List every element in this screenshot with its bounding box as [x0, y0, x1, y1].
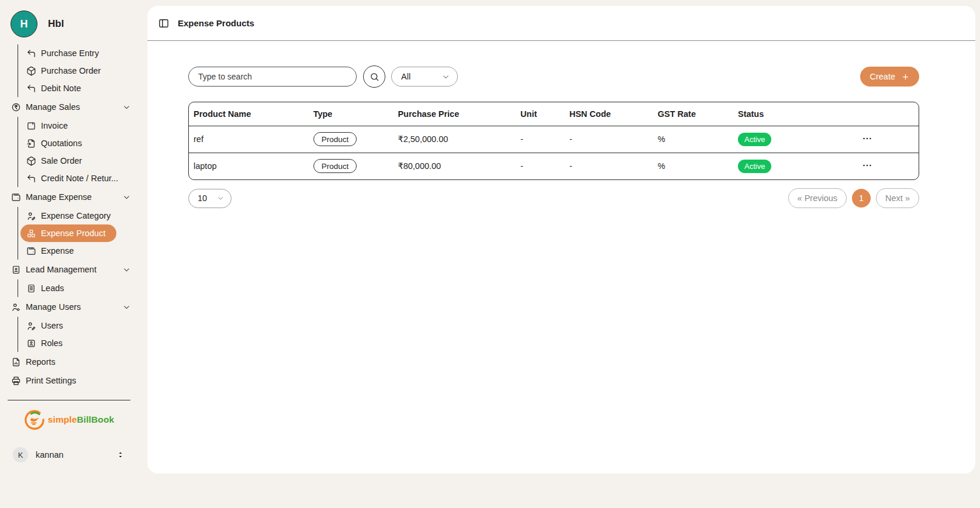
column-header-gst-rate: GST Rate	[653, 102, 733, 126]
sidebar-subgroup: Leads	[18, 279, 138, 297]
cell-actions	[816, 126, 919, 153]
search-input[interactable]	[188, 67, 357, 87]
sidebar-item-label: Invoice	[41, 121, 68, 130]
sidebar-item-label: Users	[41, 321, 63, 330]
chevron-down-icon	[122, 303, 131, 312]
create-button[interactable]: Create	[860, 67, 919, 87]
workspace-brand: H Hbl	[0, 11, 138, 43]
sidebar-item-reports[interactable]: Reports	[0, 353, 138, 371]
sidebar-item-label: Expense Product	[41, 229, 105, 238]
previous-page-button[interactable]: « Previous	[788, 188, 847, 208]
sidebar-item-leads[interactable]: Leads	[18, 279, 138, 297]
current-page-button[interactable]: 1	[852, 189, 871, 208]
sidebar-item-label: Leads	[41, 284, 64, 293]
user-menu[interactable]: K kannan	[0, 447, 138, 508]
next-page-button[interactable]: Next »	[876, 188, 919, 208]
sidebar-item-label: Sale Order	[41, 156, 82, 165]
column-header-unit: Unit	[516, 102, 565, 126]
sidebar-subgroup: Expense CategoryExpense ProductExpense	[18, 207, 138, 260]
type-filter-select[interactable]: All	[391, 67, 458, 87]
type-badge: Product	[313, 132, 357, 146]
sidebar-item-label: Manage Users	[26, 302, 81, 312]
user-name: kannan	[36, 450, 64, 459]
users-icon	[11, 302, 21, 312]
cell-status: Active	[733, 153, 816, 179]
sidebar-item-manage-expense[interactable]: Manage Expense	[0, 188, 138, 206]
sidebar-item-expense-product[interactable]: Expense Product	[20, 224, 116, 242]
sidebar-item-roles[interactable]: Roles	[18, 334, 138, 352]
sidebar-item-manage-users[interactable]: Manage Users	[0, 298, 138, 316]
sidebar-item-expense[interactable]: Expense	[18, 242, 138, 260]
sidebar-item-label: Reports	[26, 357, 56, 367]
sidebar-item-quotations[interactable]: Quotations	[18, 134, 138, 152]
column-header-status: Status	[733, 102, 816, 126]
sidebar-item-label: Expense Category	[41, 211, 111, 220]
chevrons-up-down-icon	[116, 450, 125, 459]
column-header-purchase-price: Purchase Price	[393, 102, 516, 126]
chevron-down-icon	[122, 193, 131, 202]
column-header-product-name: Product Name	[189, 102, 309, 126]
corner-up-left-icon	[26, 49, 36, 58]
package-icon	[26, 66, 36, 76]
type-badge: Product	[313, 159, 357, 173]
sidebar-toggle-button[interactable]	[158, 18, 170, 29]
cell-status: Active	[733, 126, 816, 153]
page-content: All Create Product NameTypePurchase Pric…	[147, 41, 975, 208]
sidebar-item-purchase-entry[interactable]: Purchase Entry	[18, 44, 138, 62]
cell-gst-rate: %	[653, 126, 733, 153]
cell-type: Product	[309, 126, 394, 153]
ellipsis-icon	[861, 133, 873, 144]
sidebar-item-invoice[interactable]: Invoice	[18, 117, 138, 134]
corner-up-left-icon	[26, 84, 36, 94]
sidebar-item-label: Debit Note	[41, 84, 81, 93]
workspace-avatar[interactable]: H	[11, 11, 37, 37]
user-pen-icon	[26, 321, 36, 331]
sidebar: H Hbl Purchase EntryPurchase OrderDebit …	[0, 0, 138, 508]
column-header-hsn-code: HSN Code	[565, 102, 653, 126]
invoice-icon	[26, 121, 36, 131]
sidebar-item-credit-note-retur[interactable]: Credit Note / Retur...	[18, 170, 138, 187]
sidebar-nav: Purchase EntryPurchase OrderDebit NoteMa…	[0, 44, 138, 390]
sidebar-item-debit-note[interactable]: Debit Note	[18, 80, 138, 97]
cell-product-name: laptop	[189, 153, 309, 179]
cell-unit: -	[516, 153, 565, 179]
app-logo-text: simpleBillBook	[48, 414, 114, 425]
boxes-icon	[26, 229, 36, 239]
status-badge: Active	[738, 160, 771, 173]
page-size-select[interactable]: 10	[188, 189, 232, 208]
row-actions-button[interactable]	[860, 158, 875, 174]
sidebar-item-users[interactable]: Users	[18, 317, 138, 334]
wallet-icon	[11, 192, 21, 202]
sidebar-item-lead-management[interactable]: Lead Management	[0, 261, 138, 278]
simplebillbook-logo-icon	[24, 409, 45, 430]
cell-type: Product	[309, 153, 394, 179]
column-header-actions	[816, 102, 919, 126]
page-size-value: 10	[198, 193, 207, 203]
search-button[interactable]	[363, 65, 385, 88]
file-input-icon	[26, 139, 36, 148]
sidebar-item-label: Expense	[41, 246, 74, 255]
cell-product-name: ref	[189, 126, 309, 153]
cell-purchase-price: ₹2,50,000.00	[393, 126, 516, 153]
sidebar-item-label: Purchase Order	[41, 66, 101, 75]
sidebar-item-sale-order[interactable]: Sale Order	[18, 152, 138, 170]
sidebar-item-print-settings[interactable]: Print Settings	[0, 372, 138, 389]
package-icon	[26, 156, 36, 166]
page-title: Expense Products	[178, 18, 254, 28]
cell-unit: -	[516, 126, 565, 153]
sidebar-item-label: Roles	[41, 338, 63, 348]
chevron-down-icon	[216, 194, 225, 202]
pagination: 10 « Previous 1 Next »	[188, 188, 919, 208]
sidebar-item-purchase-order[interactable]: Purchase Order	[18, 62, 138, 80]
cell-hsn-code: -	[565, 126, 653, 153]
row-actions-button[interactable]	[860, 132, 875, 147]
sidebar-item-manage-sales[interactable]: Manage Sales	[0, 98, 138, 116]
chevron-down-icon	[122, 103, 131, 112]
sidebar-item-expense-category[interactable]: Expense Category	[18, 207, 138, 224]
column-header-type: Type	[309, 102, 394, 126]
cell-purchase-price: ₹80,000.00	[393, 153, 516, 179]
workspace-name: Hbl	[48, 18, 64, 30]
sidebar-item-label: Manage Expense	[26, 192, 92, 202]
status-badge: Active	[738, 133, 771, 146]
id-card-icon	[11, 265, 21, 275]
